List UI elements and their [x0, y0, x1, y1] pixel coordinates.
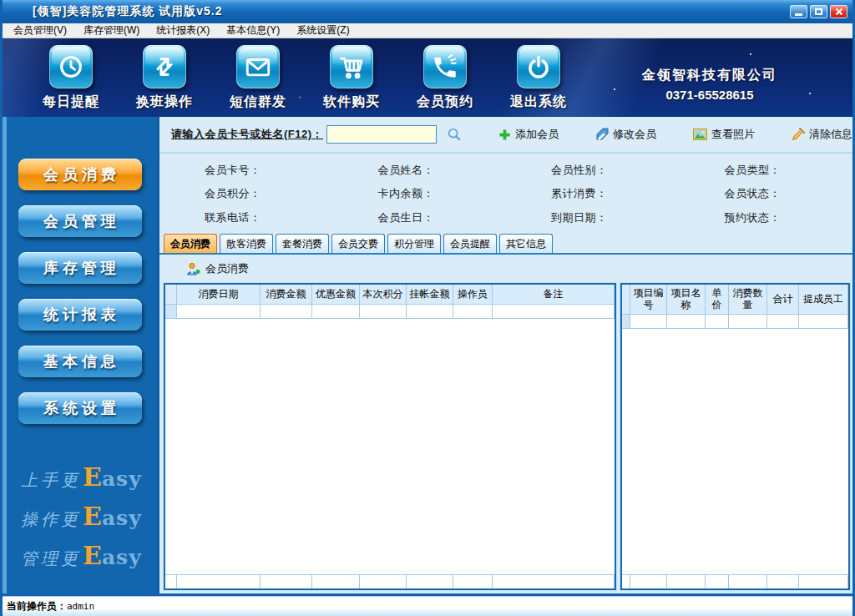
col-consume-date[interactable]: 消费日期 [177, 285, 261, 305]
col-remarks[interactable]: 备注 [493, 285, 615, 305]
daily-reminder-button[interactable]: 每日提醒 [24, 45, 118, 111]
col-discount-amount[interactable]: 优惠金额 [312, 285, 360, 305]
toolbar: 每日提醒 换班操作 短信群发 软件购买 会员预约 [3, 38, 852, 117]
sidebar-item-system-settings[interactable]: 系统设置 [18, 392, 142, 424]
close-icon [835, 8, 843, 16]
cart-icon [330, 45, 373, 88]
member-consume-button[interactable]: 会员消费 [186, 261, 249, 276]
view-photo-button[interactable]: 查看照片 [693, 127, 755, 142]
minimize-button[interactable] [790, 5, 807, 18]
slogan-line: 操作更Easy [21, 502, 157, 531]
table-empty-area [622, 329, 848, 574]
software-purchase-button[interactable]: 软件购买 [305, 45, 398, 111]
tab-other-info[interactable]: 其它信息 [499, 234, 553, 253]
col-commission-staff[interactable]: 提成员工 [799, 285, 848, 315]
label-member-birthday: 会员生日： [333, 210, 507, 225]
minimize-icon [795, 13, 802, 16]
menu-inventory-management[interactable]: 库存管理(W) [76, 23, 147, 38]
slogans: 上手更Easy 操作更Easy 管理更Easy [3, 452, 157, 570]
swap-arrows-icon [143, 45, 186, 88]
tab-points-management[interactable]: 积分管理 [387, 234, 441, 253]
sms-broadcast-button[interactable]: 短信群发 [211, 45, 305, 111]
col-unit-price[interactable]: 单价 [706, 285, 729, 315]
sidebar-item-member-management[interactable]: 会员管理 [18, 205, 142, 237]
label-member-gender: 会员性别： [506, 163, 680, 178]
col-total[interactable]: 合计 [767, 285, 799, 315]
tab-walkin-consume[interactable]: 散客消费 [220, 234, 273, 253]
sidebar-item-statistics-reports[interactable]: 统计报表 [18, 299, 142, 331]
label-member-type: 会员类型： [680, 163, 853, 178]
table-footer-row [622, 574, 848, 588]
col-consume-quantity[interactable]: 消费数量 [729, 285, 767, 315]
maximize-button[interactable] [810, 5, 827, 18]
col-points-this-time[interactable]: 本次积分 [360, 285, 407, 305]
close-button[interactable] [830, 5, 847, 18]
content: 请输入会员卡号或姓名(F12)： 添加会员 修改会员 查看照片 [159, 117, 852, 593]
slogan-line: 上手更Easy [21, 462, 157, 492]
tab-member-reminder[interactable]: 会员提醒 [443, 234, 497, 253]
label-member-status: 会员状态： [680, 186, 853, 201]
plus-icon [498, 129, 511, 141]
tab-member-payment[interactable]: 会员交费 [331, 234, 385, 253]
shift-change-button[interactable]: 换班操作 [118, 45, 211, 111]
label-total-consumption: 累计消费： [506, 186, 680, 201]
col-consume-amount[interactable]: 消费金额 [261, 285, 312, 305]
broom-icon [792, 128, 805, 141]
photo-icon [693, 129, 707, 140]
menu-basic-info[interactable]: 基本信息(Y) [219, 23, 287, 38]
search-icon [447, 127, 462, 142]
app-window: [领智]美容院管理系统 试用版v5.2 会员管理(V) 库存管理(W) 统计报表… [0, 0, 855, 616]
sidebar-item-inventory-management[interactable]: 库存管理 [18, 252, 142, 284]
sidebar-item-basic-info[interactable]: 基本信息 [18, 346, 142, 377]
menu-statistics-reports[interactable]: 统计报表(X) [149, 23, 217, 38]
clock-icon [49, 45, 93, 88]
maximize-icon [815, 8, 822, 15]
clear-info-button[interactable]: 清除信息 [792, 127, 852, 142]
current-operator-value: admin [67, 601, 94, 612]
status-bar: 当前操作员： admin [3, 596, 852, 616]
exit-system-button[interactable]: 退出系统 [492, 45, 585, 111]
col-operator[interactable]: 操作员 [453, 285, 493, 305]
member-info-panel: 会员卡号： 会员姓名： 会员性别： 会员类型： 会员积分： 卡内余额： 累计消费… [159, 154, 852, 235]
label-contact-phone: 联系电话： [159, 210, 333, 225]
empty-row[interactable] [622, 315, 848, 329]
add-person-icon [186, 262, 200, 276]
menu-system-settings[interactable]: 系统设置(Z) [289, 23, 357, 38]
envelope-icon [236, 45, 280, 88]
menu-member-management[interactable]: 会员管理(V) [6, 23, 74, 38]
consumption-table: 消费日期 消费金额 优惠金额 本次积分 挂帐金额 操作员 备注 [164, 283, 616, 590]
consume-button-row: 会员消费 [159, 255, 852, 283]
member-appointment-button[interactable]: 会员预约 [398, 45, 492, 111]
sidebar: 会员消费 会员管理 库存管理 统计报表 基本信息 系统设置 上手更Easy 操作… [3, 117, 159, 593]
company-info: 金领智科技有限公司 0371-65528615 [642, 67, 777, 102]
add-member-button[interactable]: 添加会员 [498, 127, 559, 142]
window-title: [领智]美容院管理系统 试用版v5.2 [33, 4, 222, 19]
edit-member-button[interactable]: 修改会员 [595, 127, 656, 142]
col-item-name[interactable]: 项目名称 [667, 285, 706, 315]
empty-row[interactable] [165, 305, 615, 319]
search-row: 请输入会员卡号或姓名(F12)： 添加会员 修改会员 查看照片 [159, 117, 852, 154]
consumption-table-header: 消费日期 消费金额 优惠金额 本次积分 挂帐金额 操作员 备注 [165, 285, 615, 305]
tab-member-consume[interactable]: 会员消费 [164, 234, 217, 253]
phone-icon [423, 45, 467, 88]
main-area: 会员消费 会员管理 库存管理 统计报表 基本信息 系统设置 上手更Easy 操作… [3, 117, 852, 596]
col-credit-amount[interactable]: 挂帐金额 [407, 285, 453, 305]
tab-package-consume[interactable]: 套餐消费 [276, 234, 329, 253]
tab-strip: 会员消费 散客消费 套餐消费 会员交费 积分管理 会员提醒 其它信息 [159, 235, 852, 255]
label-card-balance: 卡内余额： [333, 186, 507, 201]
slogan-line: 管理更Easy [21, 541, 157, 570]
row-indicator-column [165, 285, 177, 305]
col-item-number[interactable]: 项目编号 [630, 285, 667, 315]
sidebar-item-member-consume[interactable]: 会员消费 [18, 159, 142, 190]
current-operator-label: 当前操作员： [7, 599, 67, 613]
label-member-name: 会员姓名： [333, 163, 507, 178]
row-indicator-column [622, 285, 630, 315]
title-bar: [领智]美容院管理系统 试用版v5.2 [3, 0, 852, 23]
edit-pencil-icon [595, 128, 609, 141]
label-card-number: 会员卡号： [159, 163, 333, 178]
search-button[interactable] [447, 127, 462, 142]
company-phone: 0371-65528615 [642, 88, 777, 102]
table-empty-area [165, 319, 615, 574]
power-icon [517, 45, 560, 88]
search-input[interactable] [326, 125, 437, 144]
